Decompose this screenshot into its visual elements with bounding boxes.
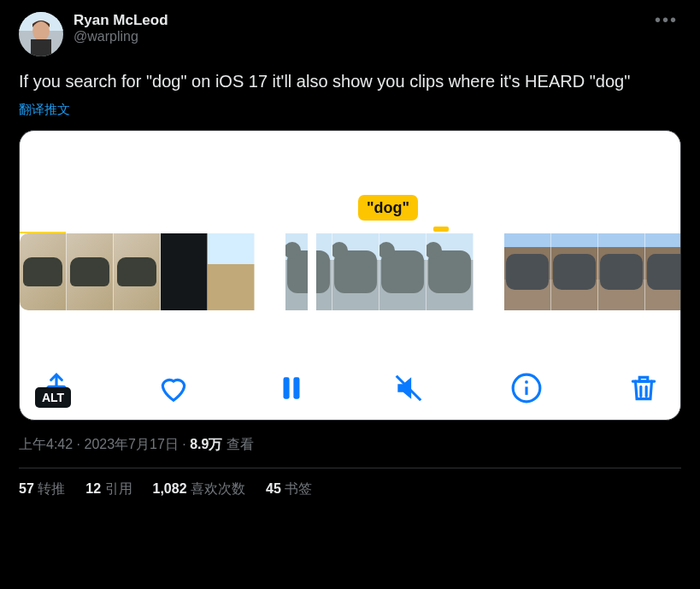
- tweet-container: Ryan McLeod @warpling ••• If you search …: [0, 0, 700, 507]
- clip-group-1: [20, 233, 255, 310]
- clip-thumb[interactable]: [20, 233, 67, 310]
- stat-retweets[interactable]: 57 转推: [19, 480, 65, 498]
- more-menu-button[interactable]: •••: [655, 10, 678, 30]
- engagement-stats: 57 转推 12 引用 1,082 喜欢次数 45 书签: [19, 468, 681, 498]
- clip-thumb[interactable]: [332, 233, 379, 310]
- stat-count: 12: [85, 481, 101, 496]
- clip-thumb[interactable]: [645, 233, 680, 310]
- search-hit-marker: [433, 227, 449, 232]
- clip-thumb[interactable]: [504, 233, 551, 310]
- clip-thumb[interactable]: [208, 233, 255, 310]
- stat-likes[interactable]: 1,082 喜欢次数: [153, 480, 246, 498]
- media-card[interactable]: "dog": [19, 130, 681, 421]
- clip-thumb[interactable]: [551, 233, 598, 310]
- stat-bookmarks[interactable]: 45 书签: [266, 480, 312, 498]
- dot: ·: [179, 437, 190, 451]
- stat-label: 引用: [105, 481, 132, 496]
- clip-thumb[interactable]: [379, 233, 426, 310]
- stat-count: 1,082: [153, 481, 187, 496]
- clip-thumb[interactable]: [67, 233, 114, 310]
- pause-icon[interactable]: [275, 372, 308, 404]
- clip-thumb[interactable]: [114, 233, 161, 310]
- views-label: 查看: [222, 437, 253, 451]
- stat-label: 转推: [38, 481, 65, 496]
- clip-thumb[interactable]: [161, 233, 208, 310]
- media-toolbar: [20, 372, 680, 404]
- time[interactable]: 上午4:42: [19, 437, 73, 451]
- tweet-header: Ryan McLeod @warpling •••: [19, 12, 681, 56]
- clip-thumb[interactable]: [598, 233, 645, 310]
- mute-icon[interactable]: [392, 372, 425, 404]
- clip-group-3: [504, 233, 680, 310]
- stat-label: 书签: [285, 481, 312, 496]
- display-name[interactable]: Ryan McLeod: [74, 12, 168, 29]
- stat-count: 45: [266, 481, 281, 496]
- clip-thumb[interactable]: [426, 233, 474, 310]
- svg-rect-5: [283, 377, 289, 398]
- tweet-text: If you search for "dog" on iOS 17 it'll …: [19, 70, 668, 93]
- tweet-meta: 上午4:42 · 2023年7月17日 · 8.9万 查看: [19, 436, 681, 468]
- search-term-bubble: "dog": [358, 195, 418, 221]
- alt-badge[interactable]: ALT: [35, 387, 71, 408]
- clip-timeline[interactable]: [20, 233, 680, 310]
- handle[interactable]: @warpling: [74, 29, 168, 44]
- stat-label: 喜欢次数: [191, 481, 245, 496]
- date[interactable]: 2023年7月17日: [84, 437, 178, 451]
- info-icon[interactable]: [510, 372, 543, 404]
- author-names: Ryan McLeod @warpling: [74, 12, 168, 44]
- stat-quotes[interactable]: 12 引用: [85, 480, 132, 498]
- svg-point-10: [525, 380, 528, 384]
- avatar[interactable]: [19, 12, 63, 56]
- views-count[interactable]: 8.9万: [190, 437, 222, 451]
- playhead[interactable]: [309, 232, 315, 312]
- svg-rect-3: [31, 39, 51, 56]
- trash-icon[interactable]: [627, 372, 660, 404]
- translate-link[interactable]: 翻译推文: [19, 102, 70, 118]
- svg-rect-6: [293, 377, 299, 398]
- dot: ·: [73, 437, 84, 451]
- stat-count: 57: [19, 481, 34, 496]
- heart-icon[interactable]: [157, 372, 190, 404]
